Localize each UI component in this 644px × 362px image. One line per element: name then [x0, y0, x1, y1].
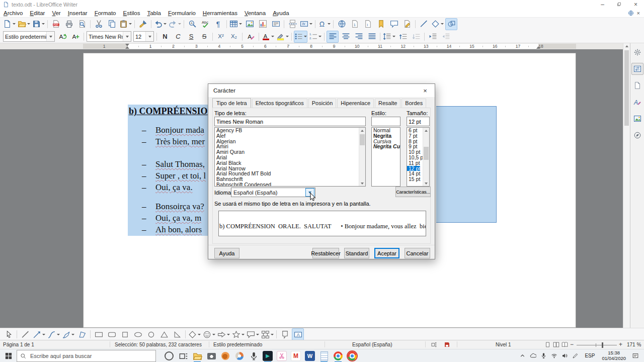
- bullets-icon[interactable]: [294, 31, 307, 43]
- sidebar-navigator-icon[interactable]: [631, 129, 643, 141]
- word-count[interactable]: Selección: 50 palabras, 232 caracteres: [115, 342, 202, 347]
- video-editor-app-icon[interactable]: ▶: [261, 349, 275, 362]
- curve-icon[interactable]: [47, 328, 60, 340]
- size-list-item[interactable]: 7 pt: [407, 133, 423, 139]
- find-replace-icon[interactable]: [186, 18, 198, 30]
- clock[interactable]: 15:38 01/04/2020: [599, 350, 629, 361]
- redo-icon[interactable]: [168, 18, 182, 30]
- footnote-icon[interactable]: [349, 18, 361, 30]
- insert-table-icon[interactable]: [229, 18, 243, 30]
- keyboard-language[interactable]: ESP: [581, 353, 599, 358]
- style-list-item[interactable]: Negrita: [372, 133, 400, 139]
- writer-icon[interactable]: [317, 349, 331, 362]
- align-justify-icon[interactable]: [366, 31, 378, 43]
- cortana-icon[interactable]: [162, 349, 176, 362]
- para-space-increase-icon[interactable]: [397, 31, 409, 43]
- sidebar-styles-icon[interactable]: [631, 96, 643, 108]
- book-view-icon[interactable]: [561, 341, 569, 348]
- tray-chevron-icon[interactable]: [517, 349, 528, 362]
- polygon-icon[interactable]: [76, 328, 88, 340]
- chevron-down-icon[interactable]: [46, 32, 54, 41]
- chrome-icon[interactable]: [331, 349, 345, 362]
- font-list-item[interactable]: Arial Black: [215, 160, 359, 166]
- file-explorer-icon[interactable]: [190, 349, 204, 362]
- basic-shapes-icon[interactable]: [431, 18, 444, 30]
- language-dropdown[interactable]: Español (España): [231, 188, 315, 197]
- new-document-icon[interactable]: [3, 18, 16, 30]
- font-size-combo[interactable]: 12: [133, 31, 154, 42]
- font-list-scrollbar[interactable]: [359, 128, 365, 186]
- insert-textbox-icon[interactable]: [270, 18, 282, 30]
- menu-item[interactable]: Insertar: [64, 10, 91, 16]
- dialog-tab[interactable]: Efectos tipográficos: [252, 99, 307, 108]
- endnote-icon[interactable]: [362, 18, 374, 30]
- tray-microphone-icon[interactable]: [538, 349, 549, 362]
- reset-button[interactable]: Restablecer: [312, 248, 339, 258]
- formatting-marks-icon[interactable]: [212, 18, 224, 30]
- indent-decrease-icon[interactable]: [440, 31, 452, 43]
- update-style-icon[interactable]: [56, 31, 68, 43]
- vertical-callouts-icon[interactable]: [279, 328, 291, 340]
- onedrive-icon[interactable]: [528, 349, 538, 362]
- task-view-icon[interactable]: [176, 349, 190, 362]
- dialog-tab[interactable]: Bordes: [401, 99, 426, 108]
- chevron-down-icon[interactable]: [123, 32, 131, 41]
- highlight-color-icon[interactable]: [276, 31, 289, 43]
- document-modified-icon[interactable]: [444, 341, 451, 348]
- close-document-icon[interactable]: ×: [637, 10, 640, 16]
- circle-icon[interactable]: [145, 328, 157, 340]
- font-style-input[interactable]: [371, 117, 400, 126]
- menu-item[interactable]: Ver: [48, 10, 64, 16]
- basic-shapes-icon[interactable]: [188, 328, 201, 340]
- hyperlink-icon[interactable]: [336, 18, 348, 30]
- square-icon[interactable]: [119, 328, 131, 340]
- size-list-item[interactable]: 15 pt: [407, 176, 423, 182]
- size-list-item[interactable]: 11 pt: [407, 160, 423, 166]
- indent-increase-icon[interactable]: [427, 31, 439, 43]
- stars-icon[interactable]: [231, 328, 245, 340]
- insert-textbox-icon[interactable]: [292, 328, 304, 340]
- paste-icon[interactable]: [119, 18, 132, 30]
- rectangle-icon[interactable]: [93, 328, 105, 340]
- close-button[interactable]: ×: [627, 0, 644, 9]
- cut-icon[interactable]: [93, 18, 105, 30]
- network-icon[interactable]: [549, 349, 559, 362]
- open-icon[interactable]: [17, 18, 31, 30]
- ok-button[interactable]: Aceptar: [374, 248, 399, 258]
- callouts-icon[interactable]: [246, 328, 260, 340]
- italic-button[interactable]: C: [172, 31, 184, 43]
- standard-button[interactable]: Standard: [344, 248, 369, 258]
- sidebar-properties-icon[interactable]: [631, 63, 643, 75]
- freeform-line-icon[interactable]: [61, 328, 75, 340]
- zoom-slider-thumb[interactable]: [602, 342, 603, 348]
- select-icon[interactable]: [3, 328, 15, 340]
- comment-icon[interactable]: [388, 18, 400, 30]
- insert-image-icon[interactable]: [244, 18, 256, 30]
- line-spacing-icon[interactable]: [382, 31, 396, 43]
- menu-item[interactable]: Herramientas: [199, 10, 241, 16]
- page-count[interactable]: Página 1 de 1: [3, 342, 34, 347]
- show-draw-functions-icon[interactable]: [445, 18, 457, 30]
- bookmark-icon[interactable]: [375, 18, 387, 30]
- zoom-slider[interactable]: [577, 345, 617, 345]
- outline-level[interactable]: Nivel 1: [496, 342, 511, 347]
- indent-marker-bottom[interactable]: [125, 46, 129, 49]
- zoom-in-button[interactable]: +: [619, 341, 622, 348]
- hand-app-icon[interactable]: [218, 349, 232, 362]
- font-size-input[interactable]: [407, 117, 430, 126]
- align-right-icon[interactable]: [353, 31, 365, 43]
- para-space-decrease-icon[interactable]: [410, 31, 422, 43]
- clone-formatting-icon[interactable]: [137, 18, 149, 30]
- chrome-alt-icon[interactable]: [345, 349, 359, 362]
- spelling-icon[interactable]: [199, 18, 211, 30]
- search-input[interactable]: [29, 352, 152, 359]
- export-pdf-icon[interactable]: [50, 18, 62, 30]
- features-button[interactable]: Características...: [395, 187, 431, 197]
- dialog-tab[interactable]: Hiperenlace: [337, 99, 374, 108]
- block-arrows-icon[interactable]: [217, 328, 230, 340]
- menu-item[interactable]: Estilos: [120, 10, 144, 16]
- vertical-scrollbar[interactable]: [623, 43, 630, 340]
- restore-button[interactable]: [611, 0, 627, 9]
- scroll-up-icon[interactable]: [623, 43, 630, 49]
- libreoffice-help-globe-icon[interactable]: [628, 10, 634, 16]
